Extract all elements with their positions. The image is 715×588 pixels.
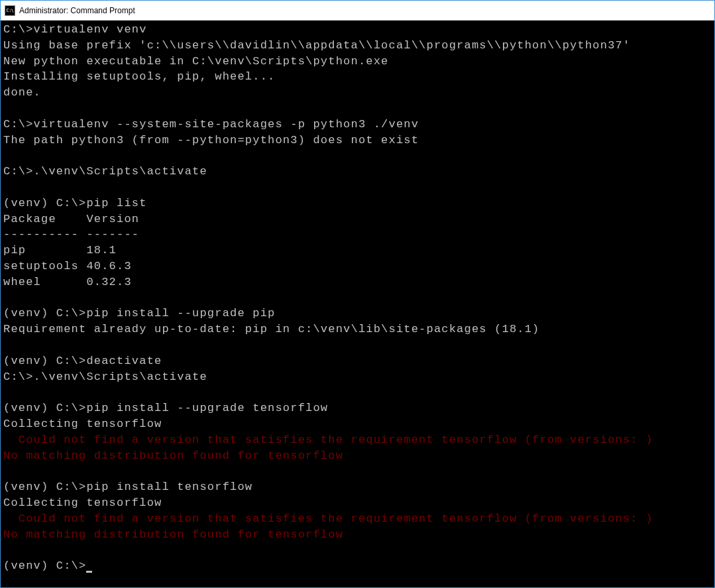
terminal-line: C:\>virtualenv --system-site-packages -p… bbox=[3, 118, 419, 131]
terminal-line: Could not find a version that satisfies … bbox=[3, 512, 653, 525]
terminal-line: Using base prefix 'c:\\users\\davidlin\\… bbox=[3, 39, 630, 52]
terminal-line: No matching distribution found for tenso… bbox=[3, 528, 343, 541]
terminal-line: The path python3 (from --python=python3)… bbox=[3, 134, 419, 147]
terminal-line: (venv) C:\>pip list bbox=[3, 197, 147, 209]
terminal-line: Collecting tensorflow bbox=[3, 497, 162, 509]
terminal-line: (venv) C:\>deactivate bbox=[3, 355, 162, 367]
terminal-line: (venv) C:\>pip install --upgrade tensorf… bbox=[3, 402, 328, 414]
command-prompt-window: C:\ Administrator: Command Prompt C:\>vi… bbox=[0, 0, 715, 588]
title-bar[interactable]: C:\ Administrator: Command Prompt bbox=[1, 1, 714, 21]
terminal-output[interactable]: C:\>virtualenv venv Using base prefix 'c… bbox=[1, 21, 714, 587]
terminal-line: Collecting tensorflow bbox=[3, 418, 162, 430]
terminal-line: Could not find a version that satisfies … bbox=[3, 434, 653, 446]
terminal-line: No matching distribution found for tenso… bbox=[3, 449, 343, 462]
terminal-line: ---------- ------- bbox=[3, 228, 139, 241]
terminal-line: Requirement already up-to-date: pip in c… bbox=[3, 323, 540, 335]
terminal-line: C:\>.\venv\Scripts\activate bbox=[3, 165, 207, 178]
terminal-line: C:\>virtualenv venv bbox=[3, 23, 147, 36]
terminal-line: Installing setuptools, pip, wheel... bbox=[3, 70, 275, 83]
window-title: Administrator: Command Prompt bbox=[19, 6, 135, 15]
terminal-line: Package Version bbox=[3, 213, 139, 225]
cursor bbox=[86, 571, 92, 573]
terminal-line: (venv) C:\>pip install --upgrade pip bbox=[3, 307, 275, 320]
terminal-prompt: (venv) C:\> bbox=[3, 559, 86, 572]
terminal-line: setuptools 40.6.3 bbox=[3, 260, 132, 272]
terminal-line: done. bbox=[3, 86, 41, 99]
terminal-line: wheel 0.32.3 bbox=[3, 276, 132, 288]
terminal-line: C:\>.\venv\Scripts\activate bbox=[3, 371, 207, 383]
cmd-icon: C:\ bbox=[5, 5, 15, 16]
terminal-line: (venv) C:\>pip install tensorflow bbox=[3, 481, 252, 493]
terminal-line: pip 18.1 bbox=[3, 244, 117, 257]
terminal-line: New python executable in C:\venv\Scripts… bbox=[3, 55, 389, 68]
